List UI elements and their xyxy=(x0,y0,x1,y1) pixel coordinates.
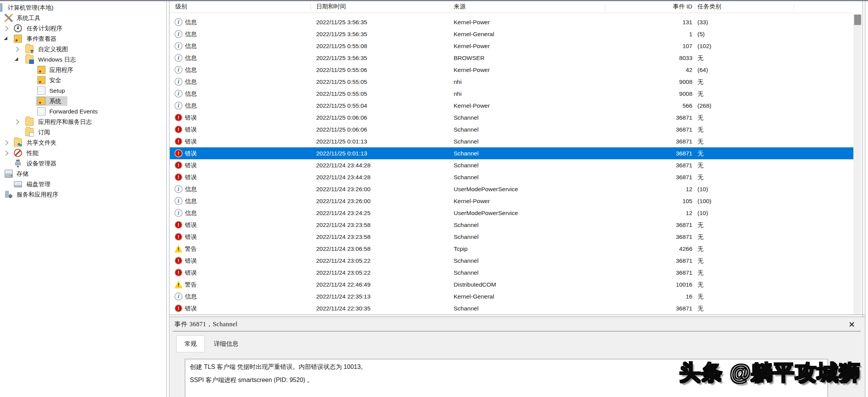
event-row[interactable]: 信息 2022/11/25 0:55:08 Kernel-Power 107 (… xyxy=(170,40,853,52)
event-id: 36871 xyxy=(617,147,692,159)
tree-item-label: Forwarded Events xyxy=(49,106,98,117)
tree-item-label: 磁盘管理 xyxy=(27,179,50,189)
event-datetime: 2022/11/25 0:55:05 xyxy=(316,88,367,100)
column-header-event-id[interactable]: 事件 ID xyxy=(617,3,692,11)
event-row[interactable]: 错误 2022/11/24 23:23:58 Schannel 36871 无 xyxy=(170,219,853,231)
tree-item[interactable]: Windows 日志 xyxy=(0,54,166,65)
event-row[interactable]: 信息 2022/11/25 3:56:35 Kernel-Power 131 (… xyxy=(170,16,853,28)
column-separator[interactable] xyxy=(310,3,311,11)
vertical-scrollbar[interactable] xyxy=(853,14,862,315)
event-level: 信息 xyxy=(185,52,197,64)
tree-item[interactable]: 存储 xyxy=(0,168,166,179)
tree-item[interactable]: 应用程序 xyxy=(0,65,166,75)
tree-splitter[interactable] xyxy=(166,1,167,397)
event-row[interactable]: 警告 2022/11/24 22:46:49 DistributedCOM 10… xyxy=(170,279,853,290)
tree-item[interactable]: 系统工具 xyxy=(0,13,166,23)
event-row[interactable]: 信息 2022/11/25 0:55:05 nhi 9008 无 xyxy=(170,76,853,88)
tree-item[interactable]: 磁盘管理 xyxy=(0,179,166,189)
event-message-line1: 创建 TLS 客户端 凭据时出现严重错误。内部错误状态为 10013。 xyxy=(190,363,367,371)
column-separator[interactable] xyxy=(695,3,695,11)
event-source: nhi xyxy=(454,76,462,88)
event-row[interactable]: 信息 2022/11/24 22:35:13 Kernel-General 16… xyxy=(170,290,853,302)
column-header-task[interactable]: 任务类别 xyxy=(697,3,721,11)
services-apps-icon xyxy=(5,190,13,198)
event-source: Kernel-Power xyxy=(454,195,490,207)
event-id: 566 xyxy=(617,100,692,112)
event-row[interactable]: 错误 2022/11/24 23:05:22 Schannel 36871 无 xyxy=(170,267,853,279)
tree-item[interactable]: 自定义视图 xyxy=(0,44,166,54)
event-detail-title: 事件 36871，Schannel xyxy=(174,320,238,329)
tree-chevron-icon[interactable] xyxy=(14,119,19,125)
tree-item-label: 应用程序和服务日志 xyxy=(38,117,92,127)
event-row[interactable]: 错误 2022/11/25 0:06:06 Schannel 36871 无 xyxy=(170,112,853,123)
tree-item[interactable]: 共享文件夹 xyxy=(0,137,166,148)
tree-chevron-icon[interactable] xyxy=(15,57,18,61)
column-header-datetime[interactable]: 日期和时间 xyxy=(316,3,346,11)
tree-item[interactable]: 应用程序和服务日志 xyxy=(0,117,166,127)
tree-item[interactable]: 订阅 xyxy=(0,127,166,137)
event-datetime: 2022/11/25 0:55:06 xyxy=(316,64,367,76)
tree-item[interactable]: Forwarded Events xyxy=(0,106,166,117)
tree-chevron-icon[interactable] xyxy=(4,37,7,40)
event-row[interactable]: 信息 2022/11/24 23:24:25 UserModePowerServ… xyxy=(170,207,853,219)
column-separator[interactable] xyxy=(794,3,794,11)
error-icon xyxy=(174,125,183,133)
preview-splitter[interactable] xyxy=(170,315,865,315)
tree-item[interactable]: Setup xyxy=(0,85,166,96)
event-id: 36871 xyxy=(617,171,692,183)
event-level: 错误 xyxy=(185,219,197,231)
event-row[interactable]: 信息 2022/11/25 0:55:05 nhi 9008 无 xyxy=(170,88,853,100)
event-row[interactable]: 错误 2022/11/24 23:23:58 Schannel 36871 无 xyxy=(170,231,853,243)
event-id: 9008 xyxy=(617,88,692,100)
event-row[interactable]: 错误 2022/11/25 0:01:13 Schannel 36871 无 xyxy=(170,147,853,159)
event-row[interactable]: 警告 2022/11/24 23:06:58 Tcpip 4266 无 xyxy=(170,243,853,255)
event-row[interactable]: 信息 2022/11/25 0:55:04 Kernel-Power 566 (… xyxy=(170,100,853,112)
column-header-level[interactable]: 级别 xyxy=(175,3,187,11)
event-task-category: 无 xyxy=(697,52,704,64)
event-row[interactable]: 信息 2022/11/25 3:56:35 Kernel-General 1 (… xyxy=(170,28,853,40)
tree-chevron-icon[interactable] xyxy=(14,47,19,52)
event-row[interactable]: 错误 2022/11/24 22:30:35 Schannel 36871 无 xyxy=(170,302,853,314)
tree-item[interactable]: 系统 xyxy=(0,96,166,106)
tree-item[interactable]: 事件查看器 xyxy=(0,33,166,44)
tree-item[interactable]: 计算机管理(本地) xyxy=(0,2,166,13)
event-source: Schannel xyxy=(454,159,479,171)
tree-item[interactable]: 安全 xyxy=(0,75,166,85)
event-row[interactable]: 信息 2022/11/24 23:26:00 UserModePowerServ… xyxy=(170,183,853,195)
tree-chevron-icon[interactable] xyxy=(3,150,8,156)
scrollbar-thumb[interactable] xyxy=(854,15,861,25)
tree-item[interactable]: 任务计划程序 xyxy=(0,23,166,33)
event-row[interactable]: 错误 2022/11/25 0:06:06 Schannel 36871 无 xyxy=(170,123,853,135)
column-header-source[interactable]: 来源 xyxy=(454,3,466,11)
tab-details[interactable]: 详细信息 xyxy=(211,335,241,352)
tree-item-label: 共享文件夹 xyxy=(27,137,57,148)
tree-item-label: 系统 xyxy=(49,96,61,106)
event-row[interactable]: 信息 2022/11/25 3:56:35 BROWSER 8033 无 xyxy=(170,52,853,64)
tree-item[interactable]: 设备管理器 xyxy=(0,158,166,168)
event-source: Kernel-Power xyxy=(454,40,490,52)
event-row[interactable]: 错误 2022/11/24 23:44:28 Schannel 36871 无 xyxy=(170,159,853,171)
tree-item-label: 任务计划程序 xyxy=(27,23,62,33)
event-id: 131 xyxy=(617,16,692,28)
tree-item[interactable]: 服务和应用程序 xyxy=(0,189,166,200)
error-icon xyxy=(174,113,183,122)
tree-item[interactable]: 性能 xyxy=(0,148,166,158)
application-log-icon xyxy=(37,66,45,74)
forwarded-events-log-icon xyxy=(37,107,45,115)
event-source: Tcpip xyxy=(454,243,468,255)
event-row[interactable]: 错误 2022/11/24 23:44:28 Schannel 36871 无 xyxy=(170,171,853,183)
tree-chevron-icon[interactable] xyxy=(3,26,8,31)
event-row[interactable]: 信息 2022/11/25 0:55:06 Kernel-Power 42 (6… xyxy=(170,64,853,76)
close-icon[interactable]: ✕ xyxy=(848,320,855,329)
subscriptions-icon xyxy=(25,128,34,136)
event-source: Schannel xyxy=(454,123,479,135)
tree-chevron-icon[interactable] xyxy=(3,140,8,145)
column-separator[interactable] xyxy=(450,3,450,11)
event-row[interactable]: 信息 2022/11/24 23:26:00 Kernel-Power 105 … xyxy=(170,195,853,207)
event-id: 36871 xyxy=(617,219,692,231)
event-source: DistributedCOM xyxy=(454,279,496,290)
tab-general[interactable]: 常规 xyxy=(176,335,205,352)
event-row[interactable]: 错误 2022/11/24 23:05:22 Schannel 36871 无 xyxy=(170,255,853,267)
event-row[interactable]: 错误 2022/11/25 0:01:13 Schannel 36871 无 xyxy=(170,135,853,147)
column-separator[interactable] xyxy=(605,3,605,11)
